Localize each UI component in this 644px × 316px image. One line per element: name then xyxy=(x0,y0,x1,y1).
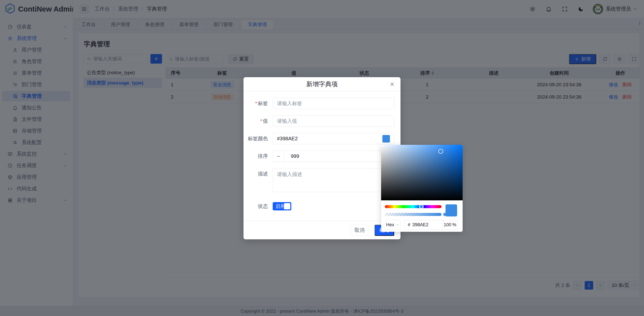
minus-icon xyxy=(276,154,281,159)
stepper-minus-button[interactable] xyxy=(273,151,284,162)
color-swatch-button[interactable] xyxy=(382,135,390,143)
description-textarea[interactable] xyxy=(277,171,390,189)
format-select[interactable]: Hex xyxy=(385,220,400,230)
hex-input-group: # 100 % xyxy=(405,220,458,230)
sort-stepper xyxy=(273,151,394,162)
field-label: *标签 xyxy=(244,98,268,109)
field-label: *值 xyxy=(244,115,268,127)
alpha-input[interactable]: 100 % xyxy=(442,220,457,229)
color-preview xyxy=(446,204,457,216)
hex-prefix: # xyxy=(408,222,410,228)
modal-close-button[interactable] xyxy=(389,81,395,88)
saturation-handle[interactable] xyxy=(438,149,443,154)
hue-handle[interactable] xyxy=(419,204,424,209)
cancel-button[interactable]: 取消 xyxy=(351,225,368,236)
add-dict-item-modal: 新增字典项 *标签 *值 标签颜色 排序 xyxy=(244,77,400,239)
hue-slider[interactable] xyxy=(385,205,441,208)
value-input[interactable] xyxy=(277,118,390,124)
alpha-slider[interactable] xyxy=(385,213,441,216)
status-toggle[interactable]: 启用 xyxy=(273,202,291,210)
color-picker-popup: Hex # 100 % xyxy=(381,145,463,232)
field-label: 状态 xyxy=(244,201,268,212)
label-input[interactable] xyxy=(277,101,390,106)
sort-input[interactable] xyxy=(284,151,394,162)
field-label: 排序 xyxy=(244,151,268,162)
modal-title: 新增字典项 xyxy=(306,80,338,88)
field-label: 描述 xyxy=(244,168,268,179)
saturation-area[interactable] xyxy=(381,145,463,200)
toggle-knob xyxy=(284,203,290,209)
color-input[interactable] xyxy=(277,136,382,142)
chevron-down-icon xyxy=(396,223,399,227)
close-icon xyxy=(389,81,395,87)
field-label: 标签颜色 xyxy=(244,133,268,144)
hex-input[interactable]: # xyxy=(405,220,442,229)
